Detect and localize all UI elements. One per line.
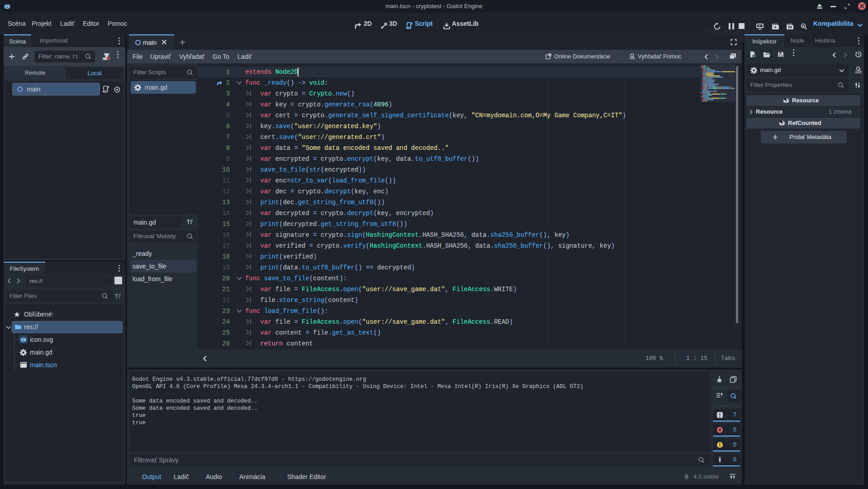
svg-text:DOC: DOC <box>630 57 635 60</box>
svg-text:DOC: DOC <box>855 71 862 74</box>
